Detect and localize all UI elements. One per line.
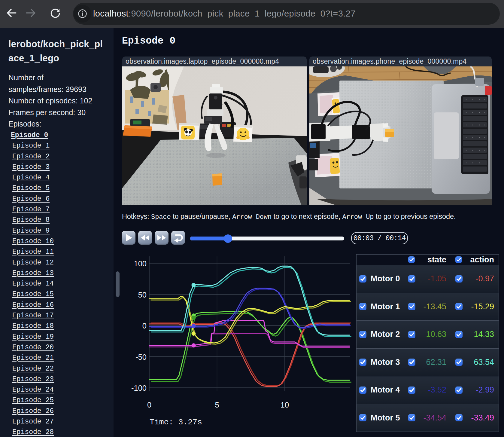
svg-text:Time: 3.27s: Time: 3.27s xyxy=(150,418,202,427)
svg-text:50: 50 xyxy=(138,291,147,299)
svg-text:0: 0 xyxy=(142,322,147,330)
svg-text:10: 10 xyxy=(281,401,289,409)
svg-text:5: 5 xyxy=(215,401,219,409)
svg-text:100: 100 xyxy=(134,259,147,268)
svg-text:0: 0 xyxy=(147,401,151,409)
svg-text:-100: -100 xyxy=(131,384,147,392)
svg-text:-50: -50 xyxy=(135,353,147,361)
